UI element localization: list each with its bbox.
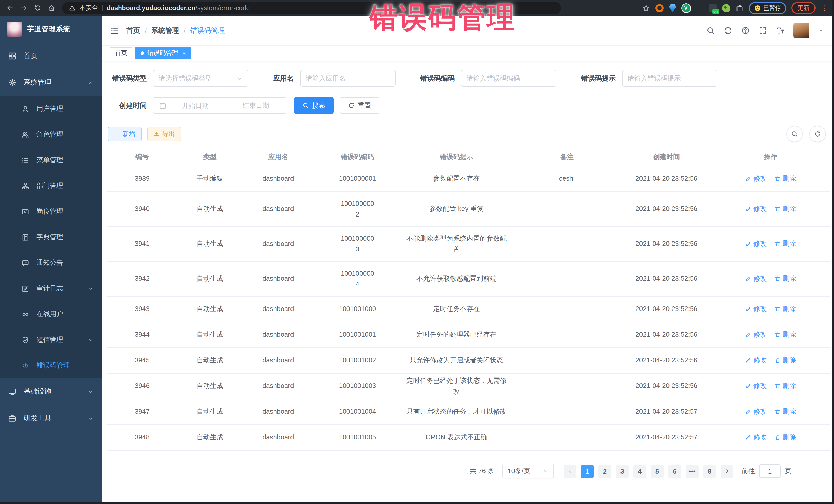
tab-label: 首页 — [115, 49, 127, 58]
delete-link[interactable]: 删除 — [774, 381, 796, 391]
sidebar-toggle-icon[interactable] — [110, 26, 119, 35]
header-search-icon[interactable] — [706, 26, 715, 35]
edit-link[interactable]: 修改 — [745, 355, 767, 366]
sidebar-item-label: 用户管理 — [37, 104, 63, 113]
sidebar-item-infrastructure[interactable]: 基础设施 — [0, 378, 102, 405]
extension-icon[interactable] — [655, 4, 663, 12]
page-size-select[interactable]: 10条/页 — [502, 464, 554, 478]
cell-type: 自动生成 — [178, 274, 242, 284]
delete-link[interactable]: 删除 — [774, 407, 796, 417]
user-menu-caret-icon[interactable] — [818, 28, 824, 34]
browser-reload-icon[interactable] — [32, 2, 43, 14]
date-range-picker[interactable]: 开始日期 - 结束日期 — [153, 97, 286, 114]
extension-icon[interactable] — [668, 4, 677, 12]
delete-link[interactable]: 删除 — [774, 239, 796, 249]
extension-icon[interactable] — [722, 4, 730, 12]
add-button[interactable]: 新增 — [108, 127, 142, 141]
breadcrumb-item[interactable]: 系统管理 — [151, 26, 179, 35]
extension-icon[interactable] — [695, 4, 703, 12]
sidebar-item-dict-management[interactable]: 字典管理 — [0, 224, 102, 250]
close-tab-icon[interactable]: × — [182, 50, 186, 56]
browser-update-button[interactable]: 更新 — [791, 2, 815, 14]
font-size-icon[interactable] — [776, 26, 785, 35]
trash-icon — [774, 206, 781, 212]
export-button[interactable]: 导出 — [147, 127, 181, 141]
page-button-4[interactable]: 4 — [633, 465, 646, 478]
reset-button[interactable]: 重置 — [340, 97, 379, 114]
delete-link[interactable]: 删除 — [774, 330, 796, 340]
sidebar-item-sms-management[interactable]: 短信管理 — [0, 327, 102, 353]
app-logo-row[interactable]: 芋道管理系统 — [0, 16, 102, 43]
sidebar-item-dev-tools[interactable]: 研发工具 — [0, 405, 102, 432]
page-button-6[interactable]: 6 — [668, 465, 681, 478]
sidebar-item-home[interactable]: 首页 — [0, 43, 102, 69]
not-secure-warning-icon[interactable] — [69, 5, 75, 11]
edit-link[interactable]: 修改 — [745, 432, 767, 443]
address-bar[interactable]: 不安全 dashboard.yudao.iocoder.cn/system/er… — [62, 2, 561, 14]
prev-page-button[interactable] — [564, 465, 576, 478]
delete-link[interactable]: 删除 — [774, 174, 796, 184]
sidebar-item-online-users[interactable]: 在线用户 — [0, 301, 102, 327]
tab-error-code-management[interactable]: 错误码管理× — [135, 47, 191, 59]
browser-forward-icon[interactable] — [18, 2, 29, 14]
error-msg-input[interactable] — [622, 70, 717, 87]
browser-back-icon[interactable] — [4, 2, 15, 14]
chevron-left-icon — [567, 468, 573, 474]
error-code-input[interactable] — [461, 70, 556, 87]
cell-id: 3941 — [107, 239, 178, 249]
field-label: 错误码类型 — [107, 74, 147, 83]
fullscreen-icon[interactable] — [759, 26, 767, 35]
edit-link[interactable]: 修改 — [745, 407, 767, 417]
sidebar-item-role-management[interactable]: 角色管理 — [0, 122, 102, 147]
error-code-type-select[interactable]: 请选择错误码类型 — [153, 70, 248, 87]
app-name-input[interactable] — [300, 70, 395, 87]
delete-link[interactable]: 删除 — [774, 355, 796, 366]
gear-icon — [8, 79, 17, 87]
sidebar-item-system-management[interactable]: 系统管理 — [0, 69, 102, 96]
delete-link[interactable]: 删除 — [774, 274, 796, 284]
extensions-puzzle-icon[interactable] — [735, 4, 743, 12]
edit-link[interactable]: 修改 — [745, 239, 767, 249]
edit-link[interactable]: 修改 — [745, 381, 767, 391]
browser-menu-icon[interactable] — [821, 4, 829, 12]
user-avatar[interactable] — [793, 23, 809, 39]
sidebar-item-user-management[interactable]: 用户管理 — [0, 96, 102, 122]
edit-link[interactable]: 修改 — [745, 304, 767, 314]
goto-page-input[interactable] — [759, 464, 781, 478]
page-button-5[interactable]: 5 — [651, 465, 664, 478]
cell-create-time: 2021-04-20 23:52:56 — [621, 204, 711, 214]
more-pages-button[interactable]: ••• — [686, 465, 699, 478]
profile-paused-badge[interactable]: 已暂停 — [749, 2, 786, 14]
tab-home[interactable]: 首页 — [110, 47, 132, 59]
sidebar-item-dept-management[interactable]: 部门管理 — [0, 173, 102, 199]
refresh-table-button[interactable] — [809, 126, 826, 142]
sidebar-item-menu-management[interactable]: 菜单管理 — [0, 147, 102, 173]
page-button-8[interactable]: 8 — [703, 465, 716, 478]
delete-link[interactable]: 删除 — [774, 432, 796, 443]
bookmark-star-icon[interactable] — [642, 4, 650, 12]
sidebar-item-label: 首页 — [24, 51, 38, 61]
page-button-3[interactable]: 3 — [616, 465, 629, 478]
edit-link[interactable]: 修改 — [745, 274, 767, 284]
toggle-search-button[interactable] — [786, 126, 803, 142]
breadcrumb-item[interactable]: 首页 — [126, 26, 140, 35]
browser-home-icon[interactable] — [46, 2, 57, 14]
help-icon[interactable] — [741, 26, 750, 35]
edit-link-label: 修改 — [753, 274, 767, 284]
page-button-1[interactable]: 1 — [581, 465, 594, 478]
edit-link[interactable]: 修改 — [745, 330, 767, 340]
sidebar-item-notice-announcement[interactable]: 通知公告 — [0, 250, 102, 276]
extension-icon[interactable] — [708, 4, 717, 12]
edit-link[interactable]: 修改 — [745, 204, 767, 214]
edit-link[interactable]: 修改 — [745, 174, 767, 184]
page-button-2[interactable]: 2 — [598, 465, 611, 478]
sidebar-item-audit-log[interactable]: 审计日志 — [0, 276, 102, 301]
github-icon[interactable] — [724, 26, 732, 35]
next-page-button[interactable] — [721, 465, 733, 478]
extension-icon[interactable]: V — [682, 4, 690, 12]
sidebar-item-post-management[interactable]: 岗位管理 — [0, 199, 102, 224]
search-button[interactable]: 搜索 — [294, 97, 334, 114]
delete-link[interactable]: 删除 — [774, 304, 796, 314]
delete-link[interactable]: 删除 — [774, 204, 796, 214]
sidebar-item-error-code-management[interactable]: 错误码管理 — [0, 353, 102, 378]
